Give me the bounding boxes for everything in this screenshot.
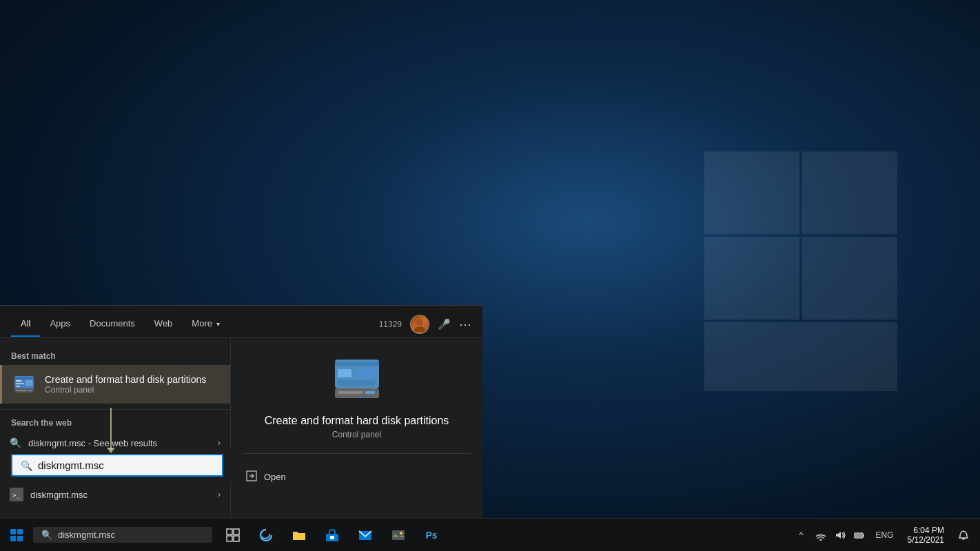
svg-rect-36 [855,534,862,537]
svg-point-34 [819,539,821,541]
tab-documents[interactable]: Documents [80,311,145,337]
right-app-icon [329,351,385,406]
best-match-label: Best match [0,349,230,365]
web-search-arrow-icon: › [218,438,221,448]
web-search-text: diskmgmt.msc - See web results [28,438,211,448]
search-bar[interactable]: 🔍 diskmgmt.msc [11,454,223,477]
search-pointer [110,408,112,449]
search-input[interactable]: diskmgmt.msc [38,459,104,471]
tab-web[interactable]: Web [145,311,183,337]
search-icon: 🔍 [10,437,21,448]
more-icon[interactable]: ⋯ [459,317,471,332]
taskbar-time: 6:04 PM [913,526,944,535]
taskbar-icons: Ps [218,519,447,552]
svg-rect-7 [25,380,32,386]
start-content: Best match [0,337,482,518]
best-match-subtitle: Control panel [45,385,206,395]
svg-rect-20 [338,391,363,394]
open-label: Open [264,472,286,482]
svg-rect-5 [16,383,24,384]
right-panel: Create and format hard disk partitions C… [231,337,482,518]
disk-mgmt-icon [12,372,37,397]
svg-rect-24 [227,529,232,534]
svg-rect-10 [28,390,32,391]
search-bar-icon: 🔍 [21,460,32,471]
taskbar-network[interactable] [813,519,829,552]
taskbar-up-arrow[interactable]: ^ [793,519,810,552]
desktop: All Apps Documents Web More ▾ 11329 [0,0,980,551]
taskbar-clock[interactable]: 6:04 PM 5/12/2021 [902,526,950,545]
windows-logo [10,529,23,541]
right-app-title: Create and format hard disk partitions [265,415,449,427]
taskbar-battery[interactable] [851,519,868,552]
svg-rect-18 [338,380,375,386]
desktop-tiles [704,152,897,391]
tile-3 [704,237,799,320]
best-match-item[interactable]: Create and format hard disk partitions C… [0,365,230,404]
svg-rect-31 [392,530,405,540]
taskbar-file-explorer[interactable] [284,519,314,552]
taskbar-microsoft-store[interactable] [317,519,347,552]
divider-1 [0,409,230,410]
open-icon [246,470,257,484]
start-button[interactable] [0,519,33,552]
taskbar-search-icon: 🔍 [41,530,52,540]
tile-wide [704,322,897,391]
best-match-text-group: Create and format hard disk partitions C… [45,374,206,395]
svg-rect-25 [234,529,239,534]
command-icon: >_ [10,488,23,501]
taskbar-search-text[interactable]: diskmgmt.msc [58,530,115,540]
svg-rect-6 [16,386,20,387]
search-tabs-right: 11329 🎤 ⋯ [379,315,471,334]
svg-rect-37 [863,534,864,537]
start-menu: All Apps Documents Web More ▾ 11329 [0,305,482,518]
taskbar-volume[interactable] [832,519,848,552]
taskbar-search[interactable]: 🔍 diskmgmt.msc [33,527,212,543]
search-bar-container: 🔍 diskmgmt.msc [0,448,234,482]
taskbar-language[interactable]: ENG [870,530,899,540]
tab-more[interactable]: More ▾ [182,311,229,337]
svg-rect-15 [335,362,379,366]
svg-rect-3 [14,377,34,379]
user-avatar[interactable] [410,315,429,334]
tile-1 [704,152,799,234]
tile-2 [802,152,897,234]
web-search-label: Search the web [0,415,230,432]
taskbar-photoshop[interactable]: Ps [416,519,447,552]
svg-rect-26 [227,536,232,541]
avatar-image [411,315,429,333]
svg-text:>_: >_ [12,492,20,499]
svg-rect-4 [16,380,21,382]
taskbar-task-view[interactable] [218,519,248,552]
tile-4 [802,237,897,320]
svg-point-1 [414,326,425,332]
svg-point-0 [416,319,423,326]
tab-all[interactable]: All [11,311,40,337]
best-match-title: Create and format hard disk partitions [45,374,206,385]
taskbar-right: ^ [793,519,980,552]
command-text: diskmgmt.msc [30,490,211,500]
open-action[interactable]: Open [242,465,471,489]
command-item[interactable]: >_ diskmgmt.msc › [0,482,230,507]
right-divider [242,453,471,454]
svg-rect-17 [354,369,375,377]
taskbar-notification[interactable] [952,519,974,552]
taskbar-date: 5/12/2021 [908,535,944,545]
svg-rect-16 [338,369,351,377]
command-arrow-icon: › [218,490,221,499]
taskbar-edge[interactable] [251,519,281,552]
svg-rect-29 [330,536,334,539]
svg-rect-21 [365,391,375,394]
search-tabs: All Apps Documents Web More ▾ 11329 [0,306,482,337]
taskbar: 🔍 diskmgmt.msc [0,518,980,551]
taskbar-photos[interactable] [383,519,414,552]
score-label: 11329 [379,320,402,329]
svg-point-32 [400,532,402,534]
tab-apps[interactable]: Apps [40,311,80,337]
taskbar-mail[interactable] [350,519,380,552]
svg-rect-9 [16,390,27,391]
mic-icon[interactable]: 🎤 [438,318,451,331]
left-panel: Best match [0,337,231,518]
right-app-subtitle: Control panel [332,430,381,439]
svg-rect-27 [234,536,239,541]
